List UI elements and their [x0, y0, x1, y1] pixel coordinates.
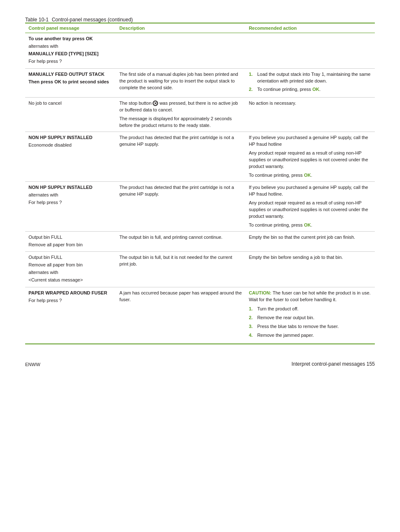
action-cell: No action is necessary. [245, 97, 375, 132]
table-row: To use another tray press OKalternates w… [25, 33, 375, 69]
list-item: 1.Load the output stack into Tray 1, mai… [249, 71, 371, 85]
action-cell: If you believe you purchased a genuine H… [245, 132, 375, 182]
table-row: MANUALLY FEED OUTPUT STACKThen press OK … [25, 68, 375, 97]
description-cell: The product has detected that the print … [116, 181, 246, 231]
table-row: Output bin FULLRemove all paper from bin… [25, 252, 375, 287]
control-panel-messages-table: Control panel message Description Recomm… [25, 23, 375, 344]
control-panel-cell: NON HP SUPPLY INSTALLEDalternates withFo… [25, 181, 116, 231]
action-cell: 1.Load the output stack into Tray 1, mai… [245, 68, 375, 97]
footer-right: Interpret control-panel messages 155 [291, 361, 375, 367]
description-cell: The product has detected that the print … [116, 132, 246, 182]
header-control-panel-message: Control panel message [25, 23, 116, 33]
control-panel-cell: PAPER WRAPPED AROUND FUSERFor help press… [25, 287, 116, 344]
description-cell: The output bin is full, but it is not ne… [116, 252, 246, 287]
stop-icon: ✕ [153, 101, 158, 106]
control-panel-cell: NON HP SUPPLY INSTALLEDEconomode disable… [25, 132, 116, 182]
list-item: 2.Remove the rear output bin. [249, 315, 371, 321]
list-item: 2.To continue printing, press OK. [249, 86, 371, 93]
table-row: NON HP SUPPLY INSTALLEDalternates withFo… [25, 181, 375, 231]
action-cell [245, 33, 375, 69]
action-cell: Empty the bin before sending a job to th… [245, 252, 375, 287]
footer-left: ENWW [25, 362, 40, 367]
description-cell: The first side of a manual duplex job ha… [116, 68, 246, 97]
control-panel-cell: MANUALLY FEED OUTPUT STACKThen press OK … [25, 68, 116, 97]
description-cell: The stop button ✕ was pressed, but there… [116, 97, 246, 132]
action-cell: Empty the bin so that the current print … [245, 231, 375, 252]
list-item: 1.Turn the product off. [249, 306, 371, 312]
table-row: No job to cancelThe stop button ✕ was pr… [25, 97, 375, 132]
header-description: Description [116, 23, 246, 33]
action-cell: CAUTION: The fuser can be hot while the … [245, 287, 375, 344]
table-title: Table 10-1 Control-panel messages (conti… [25, 17, 375, 23]
control-panel-cell: Output bin FULLRemove all paper from bin… [25, 252, 116, 287]
description-cell: The output bin is full, and printing can… [116, 231, 246, 252]
table-row: NON HP SUPPLY INSTALLEDEconomode disable… [25, 132, 375, 182]
list-item: 4.Remove the jammed paper. [249, 332, 371, 339]
description-cell: A jam has occurred because paper has wra… [116, 287, 246, 344]
list-item: 3.Press the blue tabs to remove the fuse… [249, 323, 371, 330]
page-footer: ENWW Interpret control-panel messages 15… [25, 361, 375, 367]
control-panel-cell: Output bin FULLRemove all paper from bin [25, 231, 116, 252]
control-panel-cell: No job to cancel [25, 97, 116, 132]
description-cell [116, 33, 246, 69]
table-row: Output bin FULLRemove all paper from bin… [25, 231, 375, 252]
table-row: PAPER WRAPPED AROUND FUSERFor help press… [25, 287, 375, 344]
header-recommended-action: Recommended action [245, 23, 375, 33]
control-panel-cell: To use another tray press OKalternates w… [25, 33, 116, 69]
action-cell: If you believe you purchased a genuine H… [245, 181, 375, 231]
